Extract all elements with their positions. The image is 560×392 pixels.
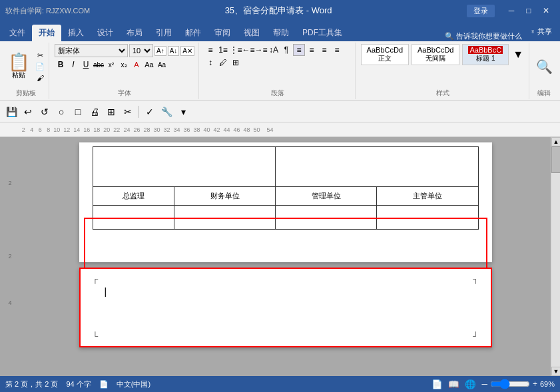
redo-button[interactable]: ↺	[37, 104, 52, 119]
title-bar: 软件自学网: RJZXW.COM 35、宿舍分配申请表 - Word 登录 ─ …	[0, 0, 560, 21]
font-label: 字体	[55, 89, 194, 98]
table-header-cell-3[interactable]: 管理单位	[276, 187, 377, 206]
table-header-cell-1[interactable]: 总监理	[93, 187, 174, 206]
style-no-space[interactable]: AaBbCcDd 无间隔	[412, 44, 459, 65]
minimize-button[interactable]: ─	[503, 4, 520, 17]
ruler: 2 4 6 8 10 12 14 16 18 20 22 24 26 28 30…	[0, 122, 560, 137]
styles-more-button[interactable]: ▼	[511, 47, 525, 62]
style-heading1[interactable]: AaBbBcC 标题 1	[462, 44, 509, 65]
page-number-left-4: 4	[8, 299, 11, 306]
tab-view[interactable]: 视图	[237, 25, 266, 41]
search-button[interactable]: 🔍	[536, 59, 553, 75]
paragraph-group: ≡ 1≡ ⋮≡ ←≡ →≡ ↕A ¶ ≡ ≡ ≡ ≡ ↕ 🖊 ⊞ 段落	[200, 43, 356, 99]
print-button[interactable]: 🖨	[87, 104, 102, 119]
tab-insert[interactable]: 插入	[61, 25, 91, 41]
tab-help[interactable]: 帮助	[266, 25, 296, 41]
zoom-slider[interactable]	[490, 379, 530, 389]
scroll-track[interactable]	[551, 146, 560, 367]
align-center-button[interactable]: ≡	[306, 44, 318, 56]
show-marks-button[interactable]: ¶	[280, 44, 292, 56]
clear-format-button[interactable]: A✕	[180, 46, 194, 56]
highlight-button[interactable]: Aa	[143, 59, 155, 71]
shading-button[interactable]: 🖊	[217, 57, 229, 69]
table-button[interactable]: ⊞	[104, 104, 119, 119]
table-data-cell-1-4[interactable]	[377, 206, 478, 230]
tab-home[interactable]: 开始	[32, 25, 61, 41]
table-data-cell-1-3[interactable]	[276, 206, 377, 230]
view-web-button[interactable]: 🌐	[465, 379, 476, 389]
font-size-aa-button[interactable]: Aa	[156, 59, 168, 71]
tab-pdf[interactable]: PDF工具集	[296, 25, 349, 41]
check-button[interactable]: ✓	[142, 104, 157, 119]
font-color-button[interactable]: A	[131, 59, 142, 71]
font-size-increase-button[interactable]: A↑	[154, 46, 166, 56]
table-header-row: 总监理 财务单位 管理单位 主管单位	[93, 187, 478, 206]
strikethrough-button[interactable]: abc	[93, 59, 105, 71]
format-painter-button[interactable]: 🖌	[33, 73, 47, 83]
vertical-scrollbar[interactable]: ▲ ▼	[551, 137, 560, 376]
font-size-select[interactable]: 10	[129, 44, 153, 57]
cut-button[interactable]: ✂	[33, 51, 47, 61]
search-label[interactable]: 🔍 告诉我你想要做什么	[442, 31, 525, 41]
table-cell-top-left[interactable]	[93, 147, 276, 187]
tab-design[interactable]: 设计	[91, 25, 120, 41]
share-button[interactable]: ♀ 共享	[525, 25, 557, 39]
table-data-cell-1-2[interactable]	[174, 206, 276, 230]
new-button[interactable]: ○	[54, 104, 69, 119]
font-size-decrease-button[interactable]: A↓	[168, 46, 180, 56]
borders-button[interactable]: ⊞	[230, 57, 242, 69]
tab-references[interactable]: 引用	[149, 25, 178, 41]
tab-file[interactable]: 文件	[3, 25, 32, 41]
paste-button[interactable]: 📋 粘贴	[5, 44, 32, 89]
table-data-cell-1-1[interactable]	[93, 206, 174, 230]
corner-mark-bl: └	[93, 331, 99, 341]
increase-indent-button[interactable]: →≡	[255, 44, 267, 56]
view-normal-button[interactable]: 📄	[431, 379, 443, 389]
tab-review[interactable]: 审阅	[208, 25, 237, 41]
underline-button[interactable]: U	[80, 59, 92, 71]
numbering-button[interactable]: 1≡	[217, 44, 229, 56]
tab-layout[interactable]: 布局	[120, 25, 149, 41]
undo-button[interactable]: ↩	[21, 104, 35, 119]
table-header-cell-2[interactable]: 财务单位	[174, 187, 276, 206]
page-number-left-2: 2	[8, 180, 11, 186]
align-left-button[interactable]: ≡	[293, 44, 305, 56]
decrease-indent-button[interactable]: ←≡	[242, 44, 254, 56]
tab-mailings[interactable]: 邮件	[178, 25, 208, 41]
justify-button[interactable]: ≡	[331, 44, 343, 56]
zoom-plus-button[interactable]: +	[533, 379, 537, 389]
scroll-down-button[interactable]: ▼	[551, 367, 560, 376]
save-quick-button[interactable]: 💾	[4, 104, 19, 119]
bold-button[interactable]: B	[55, 59, 67, 71]
subscript-button[interactable]: x₂	[118, 59, 130, 71]
dropdown-button[interactable]: ▾	[176, 104, 190, 119]
document-area[interactable]: 总监理 财务单位 管理单位 主管单位	[20, 137, 551, 376]
close-button[interactable]: ✕	[537, 4, 555, 17]
line-spacing-button[interactable]: ↕	[204, 57, 216, 69]
style-normal[interactable]: AaBbCcDd 正文	[361, 44, 409, 65]
styles-group: AaBbCcDd 正文 AaBbCcDd 无间隔 AaBbBcC 标题 1 ▼ …	[357, 43, 529, 99]
align-right-button[interactable]: ≡	[318, 44, 330, 56]
multilevel-button[interactable]: ⋮≡	[230, 44, 242, 56]
scroll-up-button[interactable]: ▲	[551, 137, 560, 146]
copy-button[interactable]: 📄	[33, 62, 47, 72]
scroll-thumb[interactable]	[551, 146, 560, 173]
bullets-button[interactable]: ≡	[204, 44, 216, 56]
maximize-button[interactable]: □	[520, 4, 537, 17]
view-reading-button[interactable]: 📖	[448, 379, 459, 389]
zoom-minus-button[interactable]: ─	[481, 379, 487, 389]
style-heading1-label: 标题 1	[468, 54, 503, 63]
italic-button[interactable]: I	[67, 59, 79, 71]
font-family-select[interactable]: 新宋体	[55, 44, 128, 57]
edit-content: 🔍	[535, 44, 553, 89]
table-header-cell-4[interactable]: 主管单位	[377, 187, 478, 206]
superscript-button[interactable]: x²	[105, 59, 117, 71]
table-cell-top-right[interactable]	[276, 147, 478, 187]
website-label: 软件自学网: RJZXW.COM	[5, 6, 90, 16]
page-2[interactable]: ┌ ┐ └ ┘ |	[79, 268, 492, 347]
settings-button[interactable]: 🔧	[159, 104, 174, 119]
open-button[interactable]: □	[71, 104, 85, 119]
login-button[interactable]: 登录	[467, 5, 495, 17]
cut-quick-button[interactable]: ✂	[121, 104, 135, 119]
sort-button[interactable]: ↕A	[268, 44, 280, 56]
